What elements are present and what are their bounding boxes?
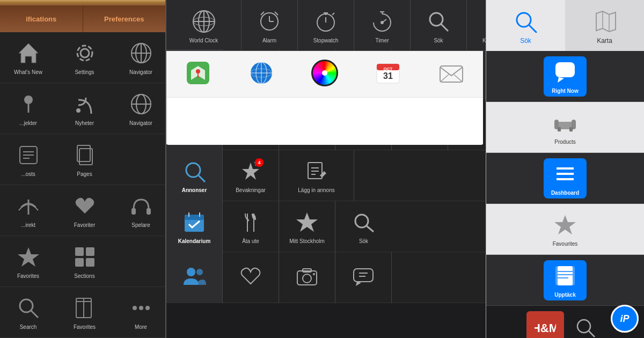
sidebar-whats-new[interactable]: What's New xyxy=(0,32,56,83)
rss-icon xyxy=(71,90,99,118)
calendar-check-icon xyxy=(180,208,208,236)
upptack-cell[interactable]: Upptäck xyxy=(544,260,587,300)
right-now-label: Right Now xyxy=(552,88,578,94)
dropdown-letter[interactable] xyxy=(420,51,483,98)
sidebar-spelare[interactable]: Spelare xyxy=(113,185,166,236)
sidebar-search[interactable]: Search xyxy=(0,287,56,338)
camera-icon xyxy=(293,262,321,290)
search4-icon xyxy=(350,208,378,236)
sidebar-navigator[interactable]: Navigator xyxy=(113,32,166,83)
svg-point-2 xyxy=(77,46,92,61)
sidebar-pages[interactable]: Pages xyxy=(56,134,113,185)
svg-point-109 xyxy=(196,69,200,74)
sidebar-navigator2[interactable]: Navigator xyxy=(113,83,166,134)
dashboard-label: Dashboard xyxy=(551,190,579,196)
sidebar-favorites[interactable]: Favorites xyxy=(0,236,56,287)
sidebar-settings[interactable]: Settings xyxy=(56,32,113,83)
world-clock-icon xyxy=(190,8,218,35)
dropdown-calendar[interactable]: OCT 31 xyxy=(356,51,420,98)
pushpin-icon xyxy=(14,90,42,118)
gear-icon xyxy=(71,39,99,67)
magnifier-icon xyxy=(180,157,208,185)
mitt-stockholm-label: Mitt Stockholm xyxy=(289,238,325,245)
svg-point-33 xyxy=(139,306,143,310)
favoriter-label: Favoriter xyxy=(74,222,95,229)
karta-right-label: Karta xyxy=(597,37,612,45)
notifications-button[interactable]: ifications xyxy=(0,5,83,32)
right-now-cell[interactable]: Right Now xyxy=(544,56,587,97)
kalendarium-cell[interactable]: Kalendarium xyxy=(166,201,223,252)
bevakningar-cell[interactable]: 4 Bevakningar xyxy=(223,150,279,201)
spelare-label: Spelare xyxy=(131,222,150,229)
sidebar-irekt[interactable]: ...irekt xyxy=(0,185,56,236)
stars-icon: 4 xyxy=(237,157,265,185)
dropdown-bottom-row xyxy=(166,98,483,144)
people-cell[interactable] xyxy=(166,252,223,303)
people-icon xyxy=(180,262,208,290)
timer-tab[interactable]: Timer xyxy=(354,0,411,51)
favourites-label: Favourites xyxy=(553,241,578,247)
products-cell[interactable]: Products xyxy=(544,102,587,153)
sok-tab[interactable]: Sök xyxy=(411,0,467,51)
svg-rect-21 xyxy=(147,208,151,215)
preferences-button[interactable]: Preferences xyxy=(83,5,166,32)
posts-label: ...osts xyxy=(21,171,35,178)
sidebar-more[interactable]: More xyxy=(113,287,166,338)
dropdown-globe[interactable] xyxy=(230,51,293,98)
svg-rect-25 xyxy=(75,258,84,267)
hem-cell[interactable]: H&M Hem xyxy=(526,311,564,338)
left-sidebar: ifications Preferences What's New xyxy=(0,0,166,338)
alarm-tab[interactable]: Alarm xyxy=(241,0,298,51)
sok-right-label: Sök xyxy=(520,37,531,45)
sok4-label: Sök xyxy=(359,238,368,245)
sidebar-posts[interactable]: ...osts xyxy=(0,134,56,185)
favourites-cell[interactable]: Favourites xyxy=(544,204,587,255)
sidebar-favorites2[interactable]: Favorites xyxy=(56,287,113,338)
sok4-cell[interactable]: Sök xyxy=(335,201,392,252)
svg-marker-0 xyxy=(19,43,38,63)
svg-point-1 xyxy=(80,49,89,57)
sidebar-projekter[interactable]: ...jekter xyxy=(0,83,56,134)
svg-point-100 xyxy=(196,269,203,275)
svg-line-83 xyxy=(199,175,205,182)
chat-cell[interactable] xyxy=(335,252,392,303)
ata-ute-cell[interactable]: Äta ute xyxy=(223,201,279,252)
hm-icon: H&M xyxy=(531,313,559,338)
dropdown-top-row: OCT 31 xyxy=(166,51,483,98)
heart-icon xyxy=(71,192,99,220)
dots-icon xyxy=(127,294,155,322)
sofa-icon xyxy=(551,109,579,137)
ip-badge[interactable]: iP xyxy=(611,305,639,333)
hitta-butik-cell[interactable]: Hitta butik xyxy=(566,311,604,338)
dropdown-colorwheel[interactable] xyxy=(293,51,356,98)
world-clock-tab[interactable]: World Clock xyxy=(166,0,241,51)
camera-cell[interactable] xyxy=(279,252,335,303)
home-icon xyxy=(14,39,42,67)
stopwatch-tab[interactable]: Stopwatch xyxy=(298,0,354,51)
svg-point-54 xyxy=(430,13,443,26)
sidebar-sections[interactable]: Sections xyxy=(56,236,113,287)
sok-right-tab[interactable]: Sök xyxy=(486,0,565,51)
lagg-in-annons-cell[interactable]: Lägg in annons xyxy=(279,150,354,201)
kategorier-tab[interactable]: Kategorier xyxy=(467,0,486,51)
pages-icon xyxy=(71,141,99,169)
sidebar-nyheter[interactable]: Nyheter xyxy=(56,83,113,134)
sidebar-favoriter[interactable]: Favoriter xyxy=(56,185,113,236)
timer-label: Timer xyxy=(375,38,389,44)
svg-point-32 xyxy=(133,306,137,310)
dropdown-maps[interactable] xyxy=(166,51,230,98)
svg-rect-127 xyxy=(555,62,575,77)
dashboard-cell[interactable]: Dashboard xyxy=(544,158,587,199)
mitt-stockholm-cell[interactable]: Mitt Stockholm xyxy=(279,201,335,252)
svg-line-98 xyxy=(367,226,374,232)
karta-right-tab[interactable]: Karta xyxy=(565,0,644,51)
svg-point-143 xyxy=(577,320,590,333)
nyheter-label: Nyheter xyxy=(75,120,94,127)
svg-marker-22 xyxy=(18,247,39,267)
bevakningar-label: Bevakningar xyxy=(236,187,266,194)
svg-point-97 xyxy=(355,215,368,227)
posts-icon xyxy=(14,141,42,169)
annonser-cell[interactable]: Annonser xyxy=(166,150,223,201)
settings-label: Settings xyxy=(75,69,94,76)
heart3-cell[interactable] xyxy=(223,252,279,303)
